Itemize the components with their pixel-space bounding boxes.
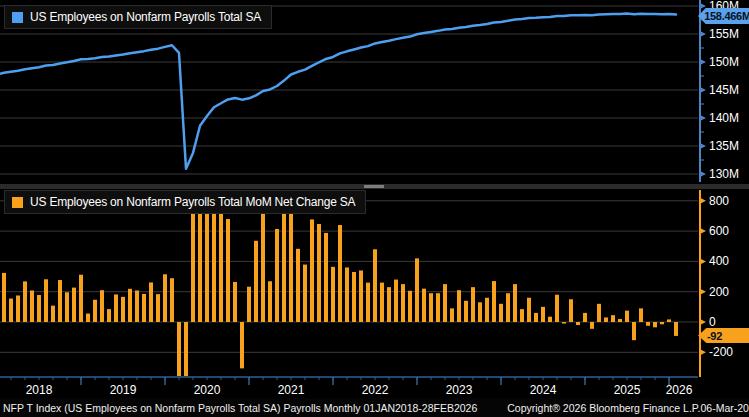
bar[interactable] — [394, 280, 398, 322]
bar[interactable] — [128, 289, 132, 322]
bar[interactable] — [667, 319, 671, 322]
bar[interactable] — [296, 249, 300, 322]
top-panel-value-axis[interactable]: 160M155M150M145M140M135M130M — [700, 0, 739, 182]
bar[interactable] — [373, 249, 377, 322]
bar[interactable] — [625, 311, 629, 322]
mom-net-change-bars[interactable] — [0, 190, 678, 376]
payrolls-level-line[interactable] — [0, 14, 676, 169]
bar[interactable] — [429, 293, 433, 322]
bar[interactable] — [156, 294, 160, 322]
bar-series-label: US Employees on Nonfarm Payrolls Total M… — [30, 195, 355, 209]
bar[interactable] — [51, 306, 55, 322]
bar[interactable] — [79, 275, 83, 322]
bar[interactable] — [233, 282, 237, 322]
bar[interactable] — [576, 322, 580, 325]
bar[interactable] — [86, 314, 90, 322]
bar[interactable] — [163, 274, 167, 322]
bar[interactable] — [520, 309, 524, 322]
bar[interactable] — [310, 219, 314, 322]
bar[interactable] — [219, 214, 223, 322]
time-axis[interactable]: 201820192020202120222023202420252026 — [0, 377, 698, 397]
bar[interactable] — [142, 294, 146, 322]
bar[interactable] — [58, 280, 62, 322]
bar[interactable] — [674, 322, 678, 336]
bar[interactable] — [65, 292, 69, 322]
bar[interactable] — [387, 287, 391, 322]
bar[interactable] — [506, 293, 510, 322]
bar[interactable] — [408, 291, 412, 322]
bar[interactable] — [23, 281, 27, 322]
bar[interactable] — [513, 284, 517, 322]
bar[interactable] — [9, 299, 13, 322]
bar[interactable] — [611, 315, 615, 322]
bottom-panel-value-axis[interactable]: 8006004002000-200 — [700, 190, 733, 377]
bar[interactable] — [534, 313, 538, 322]
bar[interactable] — [555, 295, 559, 322]
bar[interactable] — [177, 322, 181, 376]
bar[interactable] — [583, 313, 587, 322]
bar[interactable] — [646, 322, 650, 326]
bar[interactable] — [345, 267, 349, 322]
bar[interactable] — [359, 270, 363, 322]
bar[interactable] — [422, 289, 426, 322]
bar[interactable] — [317, 224, 321, 322]
bar[interactable] — [457, 290, 461, 322]
bar[interactable] — [170, 278, 174, 322]
bar[interactable] — [240, 322, 244, 368]
bar[interactable] — [653, 322, 657, 327]
bar[interactable] — [604, 317, 608, 322]
bar[interactable] — [450, 308, 454, 322]
bar[interactable] — [401, 284, 405, 322]
bar[interactable] — [499, 304, 503, 322]
bar[interactable] — [443, 284, 447, 322]
bar[interactable] — [380, 283, 384, 322]
bar[interactable] — [541, 307, 545, 322]
bar[interactable] — [30, 290, 34, 322]
bar[interactable] — [590, 322, 594, 329]
bar[interactable] — [632, 322, 636, 340]
bar[interactable] — [618, 319, 622, 322]
bar[interactable] — [247, 287, 251, 322]
bar[interactable] — [254, 241, 258, 322]
bar[interactable] — [100, 290, 104, 322]
bar[interactable] — [44, 279, 48, 322]
bar[interactable] — [93, 300, 97, 322]
bar[interactable] — [415, 258, 419, 322]
bar[interactable] — [366, 283, 370, 322]
bar[interactable] — [639, 308, 643, 322]
bar[interactable] — [562, 322, 566, 324]
top-panel-legend[interactable]: US Employees on Nonfarm Payrolls Total S… — [4, 5, 272, 29]
bar[interactable] — [338, 225, 342, 322]
bar[interactable] — [527, 298, 531, 322]
bar[interactable] — [569, 299, 573, 322]
bar[interactable] — [268, 281, 272, 322]
bar[interactable] — [114, 294, 118, 322]
bar[interactable] — [331, 267, 335, 322]
bar[interactable] — [135, 290, 139, 322]
bar[interactable] — [464, 301, 468, 322]
bar[interactable] — [121, 297, 125, 322]
bar[interactable] — [275, 229, 279, 322]
bar[interactable] — [303, 265, 307, 322]
bar[interactable] — [660, 322, 664, 324]
bar[interactable] — [37, 295, 41, 322]
bar[interactable] — [548, 317, 552, 322]
bar[interactable] — [149, 282, 153, 322]
bar[interactable] — [72, 288, 76, 322]
bar[interactable] — [352, 272, 356, 322]
bar[interactable] — [261, 203, 265, 322]
panel-splitter-handle[interactable] — [364, 185, 384, 188]
bar[interactable] — [471, 287, 475, 322]
bar[interactable] — [226, 219, 230, 322]
bar[interactable] — [184, 322, 188, 376]
bar[interactable] — [478, 302, 482, 322]
bar[interactable] — [436, 293, 440, 322]
bar[interactable] — [485, 298, 489, 322]
bar[interactable] — [16, 295, 20, 322]
bottom-panel-legend[interactable]: US Employees on Nonfarm Payrolls Total M… — [4, 190, 366, 214]
bar[interactable] — [2, 273, 6, 322]
bar[interactable] — [492, 281, 496, 322]
bar[interactable] — [597, 304, 601, 322]
bar[interactable] — [324, 233, 328, 322]
bar[interactable] — [107, 309, 111, 322]
